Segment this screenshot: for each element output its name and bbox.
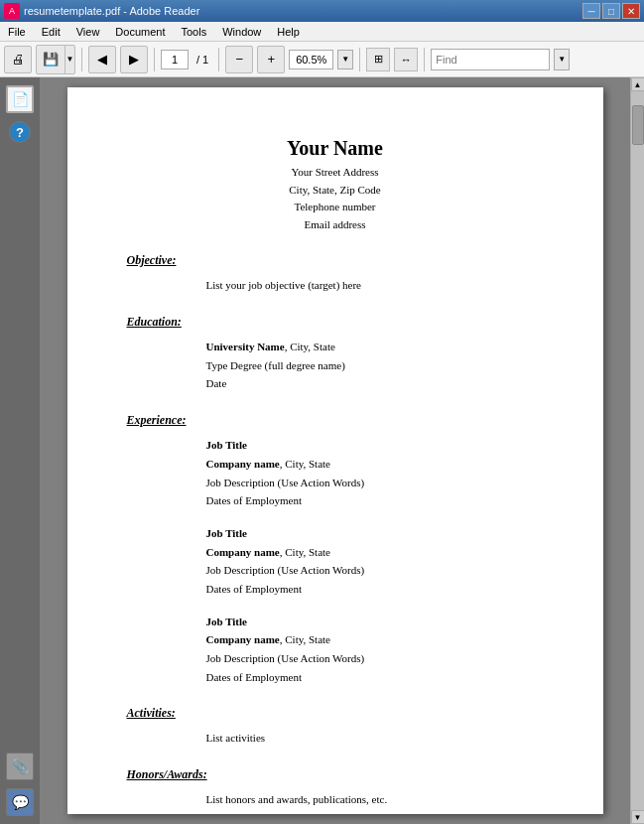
separator-3 bbox=[218, 48, 219, 71]
find-dropdown[interactable]: ▼ bbox=[554, 49, 570, 70]
comment-icon[interactable]: 📎 bbox=[6, 753, 34, 780]
activities-section: Activities: List activities bbox=[127, 706, 544, 748]
company-line-2: Company name, City, State bbox=[206, 543, 544, 562]
honors-heading: Honors/Awards: bbox=[127, 767, 544, 782]
separator-2 bbox=[154, 48, 155, 71]
save-button[interactable]: 💾 bbox=[37, 46, 64, 73]
close-button[interactable]: ✕ bbox=[622, 3, 640, 19]
scroll-up-arrow[interactable]: ▲ bbox=[631, 77, 645, 91]
education-heading: Education: bbox=[127, 315, 544, 330]
separator-4 bbox=[359, 48, 360, 71]
maximize-button[interactable]: □ bbox=[602, 3, 620, 19]
window-title: resumetemplate.pdf - Adobe Reader bbox=[24, 5, 199, 17]
menu-window[interactable]: Window bbox=[214, 22, 269, 41]
resume-name: Your Name bbox=[127, 137, 544, 160]
job-description-1: Job Description (Use Action Words) bbox=[206, 474, 544, 492]
menu-edit[interactable]: Edit bbox=[34, 22, 68, 41]
fit-page-button[interactable]: ⊞ bbox=[366, 48, 390, 71]
share-icon[interactable]: 💬 bbox=[6, 788, 34, 816]
experience-content: Job Title Company name, City, State Job … bbox=[206, 436, 544, 686]
education-section: Education: University Name, City, State … bbox=[127, 315, 544, 393]
job-description-3: Job Description (Use Action Words) bbox=[206, 649, 544, 668]
city-state-zip: City, State, Zip Code bbox=[127, 182, 544, 200]
resume-contact: Your Street Address City, State, Zip Cod… bbox=[127, 164, 544, 233]
activities-heading: Activities: bbox=[127, 706, 544, 721]
graduation-date: Date bbox=[206, 374, 544, 393]
street-address: Your Street Address bbox=[127, 164, 544, 182]
save-dropdown[interactable]: ▼ bbox=[64, 46, 74, 73]
honors-section: Honors/Awards: List honors and awards, p… bbox=[127, 767, 544, 809]
objective-section: Objective: List your job objective (targ… bbox=[127, 253, 544, 295]
page-total: / 1 bbox=[193, 54, 212, 66]
job-title-3: Job Title bbox=[206, 613, 544, 631]
scroll-down-arrow[interactable]: ▼ bbox=[631, 810, 645, 824]
page-thumbnails-icon[interactable]: 📄 bbox=[6, 85, 34, 113]
experience-heading: Experience: bbox=[127, 413, 544, 428]
job-block-1: Job Title Company name, City, State Job … bbox=[206, 436, 544, 510]
scroll-thumb[interactable] bbox=[632, 105, 644, 145]
menu-view[interactable]: View bbox=[68, 22, 108, 41]
job-block-2: Job Title Company name, City, State Job … bbox=[206, 524, 544, 599]
job-description-2: Job Description (Use Action Words) bbox=[206, 561, 544, 580]
help-icon[interactable]: ? bbox=[9, 121, 31, 143]
company-line-3: Company name, City, State bbox=[206, 630, 544, 649]
employment-dates-1: Dates of Employment bbox=[206, 491, 544, 510]
zoom-in-button[interactable]: + bbox=[257, 46, 285, 73]
zoom-out-button[interactable]: − bbox=[225, 46, 253, 73]
degree-line: Type Degree (full degree name) bbox=[206, 356, 544, 375]
toolbar: 🖨 💾 ▼ ◀ ▶ / 1 − + ▼ ⊞ ↔ ▼ bbox=[0, 42, 644, 77]
app-icon: A bbox=[4, 3, 20, 19]
print-button[interactable]: 🖨 bbox=[4, 46, 32, 73]
document-area: Your Name Your Street Address City, Stat… bbox=[40, 77, 630, 824]
vertical-scrollbar: ▲ ▼ bbox=[630, 77, 644, 824]
forward-button[interactable]: ▶ bbox=[120, 46, 148, 73]
menu-help[interactable]: Help bbox=[269, 22, 308, 41]
employment-dates-2: Dates of Employment bbox=[206, 580, 544, 599]
honors-content: List honors and awards, publications, et… bbox=[206, 790, 544, 809]
menu-file[interactable]: File bbox=[0, 22, 34, 41]
window-controls: ─ □ ✕ bbox=[582, 3, 640, 19]
back-button[interactable]: ◀ bbox=[88, 46, 116, 73]
separator-5 bbox=[424, 48, 425, 71]
job-block-3: Job Title Company name, City, State Job … bbox=[206, 613, 544, 687]
company-line-1: Company name, City, State bbox=[206, 455, 544, 474]
experience-section: Experience: Job Title Company name, City… bbox=[127, 413, 544, 686]
telephone: Telephone number bbox=[127, 199, 544, 216]
separator-1 bbox=[81, 48, 82, 71]
email: Email address bbox=[127, 216, 544, 234]
zoom-dropdown[interactable]: ▼ bbox=[337, 50, 353, 69]
left-sidebar: 📄 ? 📎 💬 bbox=[0, 77, 40, 824]
education-content: University Name, City, State Type Degree… bbox=[206, 338, 544, 393]
main-area: 📄 ? 📎 💬 Your Name Your Street Address Ci… bbox=[0, 77, 644, 824]
menu-bar: File Edit View Document Tools Window Hel… bbox=[0, 22, 644, 42]
find-input[interactable] bbox=[431, 49, 550, 70]
sidebar-bottom: 📎 💬 bbox=[6, 455, 34, 824]
title-bar: A resumetemplate.pdf - Adobe Reader ─ □ … bbox=[0, 0, 644, 22]
employment-dates-3: Dates of Employment bbox=[206, 668, 544, 687]
activities-content: List activities bbox=[206, 729, 544, 748]
menu-tools[interactable]: Tools bbox=[174, 22, 215, 41]
page-number-input[interactable] bbox=[161, 50, 189, 69]
job-title-2: Job Title bbox=[206, 524, 544, 543]
objective-content: List your job objective (target) here bbox=[206, 276, 544, 295]
zoom-level-input[interactable] bbox=[289, 50, 333, 69]
minimize-button[interactable]: ─ bbox=[582, 3, 600, 19]
pdf-page: Your Name Your Street Address City, Stat… bbox=[67, 87, 603, 814]
job-title-1: Job Title bbox=[206, 436, 544, 455]
university-name: University Name, City, State bbox=[206, 338, 544, 356]
fit-width-button[interactable]: ↔ bbox=[394, 48, 418, 71]
objective-heading: Objective: bbox=[127, 253, 544, 268]
menu-document[interactable]: Document bbox=[107, 22, 173, 41]
